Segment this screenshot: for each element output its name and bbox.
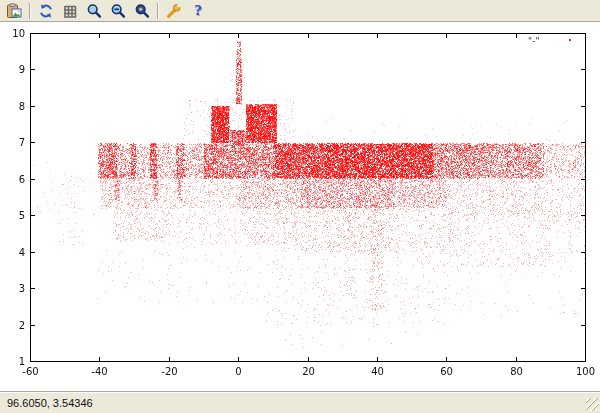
toolbar-separator — [157, 3, 159, 19]
gnuplot-window: ? ? 96.6050, 3.54346 — [0, 0, 600, 413]
magnifier-icon — [86, 3, 102, 19]
help-button[interactable]: ? ? — [186, 1, 210, 21]
zoom-next-button[interactable] — [106, 1, 130, 21]
plot-area — [0, 22, 600, 391]
refresh-icon — [38, 3, 54, 19]
grid-icon — [62, 3, 78, 19]
copy-to-clipboard-button[interactable] — [2, 1, 26, 21]
clipboard-icon — [6, 3, 22, 19]
magnifier-dark-icon — [134, 3, 150, 19]
autoscale-button[interactable] — [130, 1, 154, 21]
configure-terminal-button[interactable] — [162, 1, 186, 21]
wrench-icon — [166, 3, 182, 19]
magnifier-minus-icon — [110, 3, 126, 19]
svg-text:?: ? — [194, 3, 202, 18]
toolbar: ? ? — [0, 0, 600, 22]
status-bar: 96.6050, 3.54346 — [0, 391, 600, 413]
replot-button[interactable] — [34, 1, 58, 21]
plot-canvas[interactable] — [0, 22, 600, 391]
help-icon: ? ? — [190, 3, 206, 19]
cursor-coordinates: 96.6050, 3.54346 — [7, 397, 93, 409]
toggle-grid-button[interactable] — [58, 1, 82, 21]
toolbar-separator — [29, 3, 31, 19]
zoom-previous-button[interactable] — [82, 1, 106, 21]
resize-grip[interactable] — [586, 398, 599, 411]
